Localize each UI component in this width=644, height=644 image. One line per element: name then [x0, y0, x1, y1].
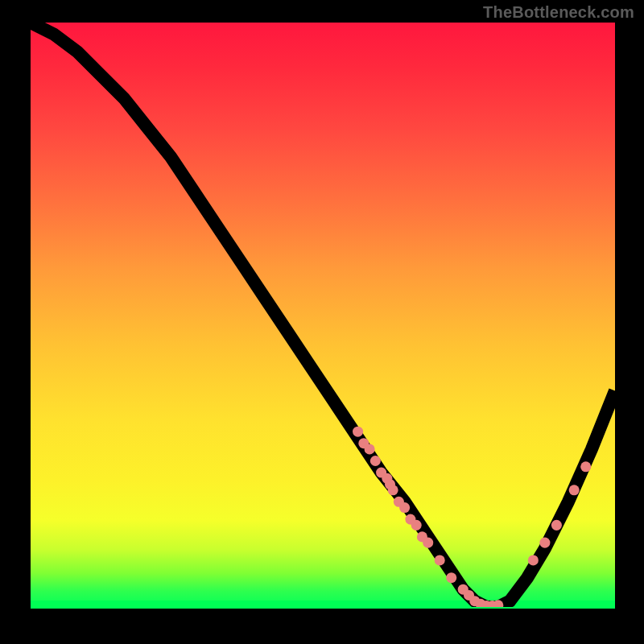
scatter-point: [365, 444, 375, 454]
scatter-point: [435, 555, 445, 565]
scatter-point: [388, 485, 398, 495]
scatter-point: [353, 427, 363, 437]
scatter-point: [539, 538, 550, 548]
scatter-point: [423, 538, 433, 548]
scatter-point: [569, 485, 580, 495]
scatter-point: [370, 456, 381, 466]
chart-plot-area: [31, 23, 615, 609]
scatter-point: [446, 572, 456, 583]
scatter-point: [411, 520, 422, 530]
scatter-point: [399, 502, 410, 513]
scatter-point: [528, 555, 539, 565]
watermark-text: TheBottleneck.com: [483, 3, 634, 22]
bottleneck-curve: [31, 23, 615, 607]
scatter-point: [580, 461, 591, 472]
chart-svg: [31, 23, 615, 607]
scatter-point: [551, 520, 562, 530]
